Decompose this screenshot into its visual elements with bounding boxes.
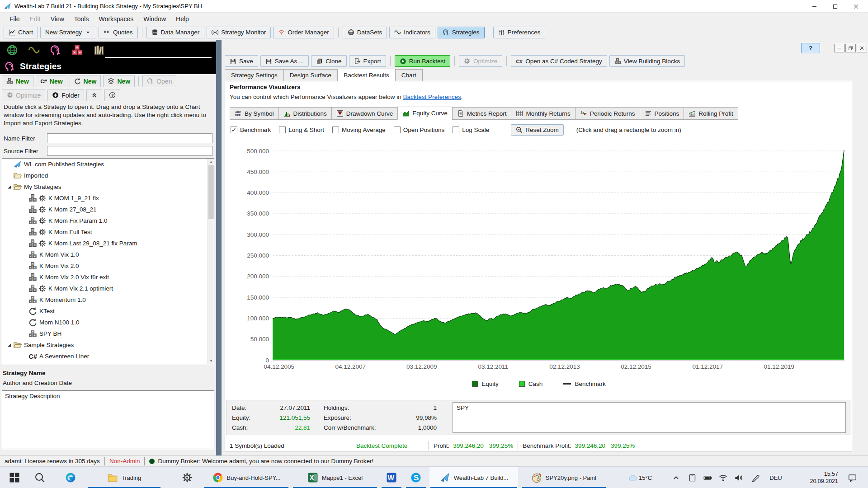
unchecked-checkbox-icon[interactable] bbox=[453, 127, 459, 133]
menu-file[interactable]: File bbox=[5, 14, 25, 24]
source-filter-input[interactable] bbox=[47, 146, 212, 156]
tree-item-k-mom-full-test[interactable]: K Mom Full Test bbox=[2, 226, 214, 238]
doc-restore-button[interactable] bbox=[845, 44, 856, 52]
doc-close-button[interactable] bbox=[857, 44, 867, 52]
taskbar-search-button[interactable] bbox=[30, 467, 50, 488]
tray-tray-expand[interactable] bbox=[669, 467, 683, 488]
toolbar-new-strategy-button[interactable]: New Strategy bbox=[40, 27, 96, 38]
unchecked-checkbox-icon[interactable] bbox=[279, 127, 286, 133]
sidebar-new-button[interactable]: New bbox=[70, 75, 101, 87]
panel-splitter[interactable] bbox=[216, 40, 222, 455]
symbol-item[interactable]: SPY bbox=[457, 404, 469, 411]
close-button[interactable] bbox=[847, 0, 868, 13]
name-filter-input[interactable] bbox=[47, 133, 212, 143]
taskbar-clock[interactable]: 15:5720.09.2021 bbox=[788, 467, 838, 488]
taskbar-edge-button[interactable] bbox=[61, 467, 80, 488]
save-as--button[interactable]: Save As ... bbox=[260, 55, 309, 67]
sidebar-chevrons-up-button[interactable] bbox=[86, 89, 102, 101]
viz-tab-distributions[interactable]: Distributions bbox=[278, 107, 331, 120]
help-button[interactable]: ? bbox=[801, 43, 820, 53]
taskbar-skype-button[interactable]: S bbox=[405, 467, 427, 488]
unchecked-checkbox-icon[interactable] bbox=[332, 127, 339, 133]
minimize-button[interactable] bbox=[806, 0, 826, 13]
toolbar-indicators-button[interactable]: Indicators bbox=[389, 27, 435, 38]
viz-tab-drawdown-curve[interactable]: Drawdown Curve bbox=[331, 107, 398, 120]
taskbar-wealthlab-button[interactable]: Wealth-Lab 7 Build... bbox=[429, 467, 518, 488]
tree-item-a-seventeen-liner[interactable]: C#A Seventeen Liner bbox=[2, 351, 214, 362]
viz-tab-monthly-returns[interactable]: Monthly Returns bbox=[511, 107, 575, 120]
tray-pen[interactable] bbox=[749, 467, 762, 488]
tab-strategy-settings[interactable]: Strategy Settings bbox=[225, 69, 283, 81]
checkbox-long-short[interactable]: Long & Short bbox=[279, 127, 324, 133]
tree-item-sample-strategies[interactable]: Sample Strategies bbox=[2, 339, 214, 351]
tree-expanded-icon[interactable] bbox=[6, 342, 13, 349]
viz-tab-rolling-profit[interactable]: Rolling Profit bbox=[684, 107, 738, 120]
toolbar-chart-button[interactable]: Chart bbox=[4, 27, 38, 38]
toolbar-strategy-monitor-button[interactable]: Strategy Monitor bbox=[207, 27, 271, 38]
maximize-button[interactable] bbox=[826, 0, 847, 13]
run-backtest-button[interactable]: Run Backtest bbox=[395, 55, 450, 67]
menu-window[interactable]: Window bbox=[138, 14, 171, 24]
tree-item-ktest[interactable]: KTest bbox=[2, 305, 214, 317]
tree-item-k-mom-27-08-21[interactable]: K Mom 27_08_21 bbox=[2, 204, 214, 215]
equity-curve-chart[interactable]: 500.000450.000400.000350.000300.000250.0… bbox=[225, 140, 853, 380]
toolbar-datasets-button[interactable]: DataSets bbox=[343, 27, 387, 38]
sidebar-help-circle-button[interactable]: ? bbox=[104, 89, 120, 101]
toolbar-preferences-button[interactable]: Preferences bbox=[493, 27, 546, 38]
doc-minimize-button[interactable] bbox=[834, 44, 844, 52]
tray-volume[interactable] bbox=[731, 467, 745, 488]
checked-checkbox-icon[interactable]: ✓ bbox=[231, 127, 237, 133]
tree-item-k-mom-vix-2-0-vix-für-exit[interactable]: K Mom Vix 2.0 Vix für exit bbox=[2, 272, 214, 283]
sidebar-folder-button[interactable]: Folder bbox=[47, 89, 84, 101]
sidebar-new-button[interactable]: New bbox=[2, 75, 33, 87]
sidebar-new-button[interactable]: New bbox=[103, 75, 135, 87]
tree-item-wl-com-published-strategies[interactable]: WL.com Published Strategies bbox=[2, 159, 214, 170]
unchecked-checkbox-icon[interactable] bbox=[394, 127, 401, 133]
tray-network[interactable] bbox=[716, 467, 730, 488]
tab-backtest-results[interactable]: Backtest Results bbox=[337, 69, 395, 81]
tree-item-spy-bh[interactable]: SPY BH bbox=[2, 328, 214, 339]
viz-tab-equity-curve[interactable]: Equity Curve bbox=[397, 107, 452, 120]
viz-tab-by-symbol[interactable]: ABCDEFBy Symbol bbox=[230, 107, 278, 120]
tree-item-k-mom-1-9-21-fix[interactable]: K MOM 1_9_21 fix bbox=[2, 192, 214, 204]
save-button[interactable]: Save bbox=[225, 55, 258, 67]
tree-item-k-mom-last-29-08-21-fix-param[interactable]: K Mom Last 29_08_21 fix Param bbox=[2, 238, 214, 249]
taskbar-settings-button[interactable] bbox=[177, 467, 197, 488]
toolbar-order-manager-button[interactable]: Order Manager bbox=[273, 27, 334, 38]
menu-view[interactable]: View bbox=[46, 14, 69, 24]
tree-item-imported[interactable]: Imported bbox=[2, 170, 214, 181]
menu-workspaces[interactable]: Workspaces bbox=[94, 14, 138, 24]
sidebar-new-button[interactable]: C#New bbox=[36, 75, 67, 87]
checkbox-benchmark[interactable]: ✓Benchmark bbox=[231, 127, 271, 133]
taskbar-excel-button[interactable]: XMappe1 - Excel bbox=[292, 467, 378, 488]
scroll-down-icon[interactable]: ▼ bbox=[208, 357, 214, 364]
checkbox-moving-average[interactable]: Moving Average bbox=[332, 127, 386, 133]
taskbar-start-button[interactable] bbox=[5, 467, 24, 488]
tray-language[interactable]: DEU bbox=[766, 467, 786, 488]
tree-expanded-icon[interactable] bbox=[6, 183, 13, 191]
open-as-c#-coded-strategy-button[interactable]: C#Open as C# Coded Strategy bbox=[511, 55, 607, 67]
checkbox-log-scale[interactable]: Log Scale bbox=[453, 127, 489, 133]
menu-tools[interactable]: Tools bbox=[69, 14, 94, 24]
notification-center-button[interactable] bbox=[842, 467, 863, 488]
view-building-blocks-button[interactable]: View Building Blocks bbox=[609, 55, 685, 67]
tree-item-my-strategies[interactable]: My Strategies bbox=[2, 181, 214, 192]
tray-tablet-mode[interactable] bbox=[685, 467, 699, 488]
tree-item-mom-n100-1-0[interactable]: Mom N100 1.0 bbox=[2, 317, 214, 328]
viz-tab-positions[interactable]: Positions bbox=[640, 107, 684, 120]
taskbar-word-button[interactable]: W bbox=[381, 467, 402, 488]
toolbar-quotes-button[interactable]: Quotes bbox=[99, 27, 138, 38]
tree-item-k-momentum-1-0[interactable]: K Momentum 1.0 bbox=[2, 294, 214, 305]
toolbar-data-manager-button[interactable]: Data Manager bbox=[146, 27, 205, 38]
clone-button[interactable]: Clone bbox=[311, 55, 346, 67]
tree-item-k-mom-fix-param-1-0[interactable]: K Mom Fix Param 1.0 bbox=[2, 215, 214, 226]
taskbar-paint-button[interactable]: SPY20y.png - Paint bbox=[521, 467, 607, 488]
taskbar-trading-folder-button[interactable]: Trading bbox=[87, 467, 161, 488]
viz-tab-metrics-report[interactable]: Metrics Report bbox=[452, 107, 511, 120]
toolbar-strategies-button[interactable]: Strategies bbox=[438, 27, 485, 38]
tray-weather[interactable]: 15°C bbox=[620, 467, 660, 488]
viz-tab-periodic-returns[interactable]: Periodic Returns bbox=[575, 107, 640, 120]
backtest-preferences-link[interactable]: Backtest Preferences bbox=[403, 94, 461, 100]
taskbar-chrome-button[interactable]: Buy-and-Hold-SPY... bbox=[203, 467, 289, 488]
tab-chart[interactable]: Chart bbox=[395, 69, 423, 81]
